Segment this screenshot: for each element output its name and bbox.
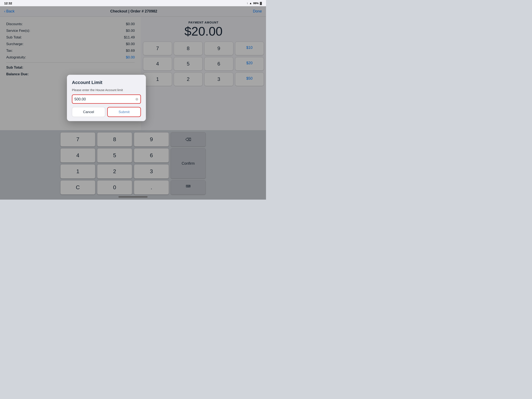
status-icons: ↑ ▲ 99% ▓	[247, 2, 262, 5]
dialog-title: Account Limit	[72, 80, 141, 85]
wifi-icon: ▲	[249, 2, 252, 5]
account-limit-dialog: Account Limit Please enter the House Acc…	[67, 75, 146, 121]
location-icon: ↑	[247, 2, 248, 5]
dialog-clear-button[interactable]: ⊗	[135, 97, 138, 102]
battery-label: 99%	[253, 2, 259, 5]
account-limit-input[interactable]	[74, 97, 135, 101]
status-bar: 12:32 ↑ ▲ 99% ▓	[0, 0, 266, 6]
dialog-buttons: Cancel Submit	[72, 107, 141, 117]
battery-icon: ▓	[260, 2, 262, 5]
dialog-message: Please enter the House Account limit	[72, 88, 141, 92]
dialog-input-wrapper: ⊗	[72, 95, 141, 104]
status-time: 12:32	[4, 1, 12, 5]
dialog-submit-button[interactable]: Submit	[107, 107, 141, 117]
dialog-cancel-button[interactable]: Cancel	[72, 107, 105, 117]
